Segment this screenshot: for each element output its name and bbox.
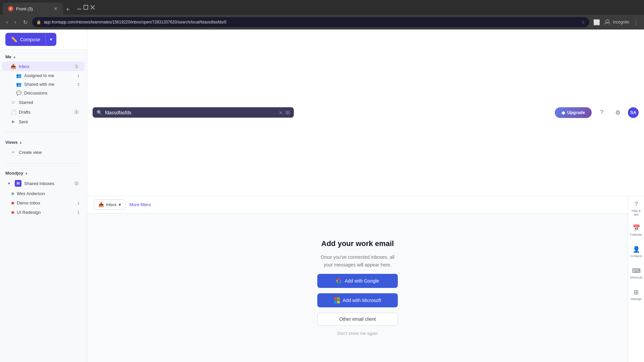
sent-item[interactable]: ➤ Sent	[2, 117, 85, 126]
window-maximize-icon[interactable]	[83, 5, 89, 10]
demo-dot-icon	[11, 202, 14, 204]
forward-button[interactable]: ›	[12, 18, 18, 26]
shared-icon: 👥	[16, 82, 21, 87]
back-button[interactable]: ‹	[4, 18, 10, 26]
avatar[interactable]: SA	[628, 107, 639, 118]
inbox-filter-label: Inbox	[106, 202, 117, 207]
manage-panel-button[interactable]: ⊞ Manage	[630, 285, 642, 305]
compose-dropdown-button[interactable]: ▾	[46, 33, 56, 46]
compose-button[interactable]: ✏️ Compose	[5, 33, 46, 46]
browser-chrome: F Front (3) ✕ +	[0, 0, 644, 15]
calendar-panel-button[interactable]: 📅 Calendar	[630, 220, 642, 240]
filter-bar: 📥 Inbox ▾ More filters	[87, 196, 628, 214]
drafts-icon: 📄	[10, 109, 16, 115]
calendar-label: Calendar	[630, 233, 642, 236]
other-email-button[interactable]: Other email client	[317, 313, 398, 325]
shared-with-me-item[interactable]: 👥 Shared with me 2	[2, 80, 85, 88]
manage-icon: ⊞	[634, 289, 639, 296]
incognito-badge: Incognito	[604, 19, 629, 25]
empty-subtitle: Once you've connected inboxes, all your …	[321, 253, 394, 268]
right-actions: ◆ Upgrade ? ⚙ SA	[555, 107, 639, 119]
browser-tab-active[interactable]: F Front (3) ✕	[3, 3, 63, 15]
create-view-icon: ＋	[10, 149, 16, 155]
create-view-item[interactable]: ＋ Create view	[2, 147, 85, 157]
moodjoy-avatar: M	[15, 180, 21, 187]
empty-subtitle-line2: your messages will appear here.	[324, 262, 391, 267]
upgrade-button[interactable]: ◆ Upgrade	[555, 107, 592, 118]
contacts-panel-button[interactable]: 👤 Contacts	[630, 242, 642, 262]
me-section-header[interactable]: Me ▲	[0, 52, 87, 61]
empty-subtitle-line1: Once you've connected inboxes, all	[321, 254, 394, 260]
assigned-count: 1	[77, 74, 79, 78]
views-header[interactable]: Views ▲	[0, 138, 87, 147]
demo-label: Demo Inbox	[17, 200, 40, 205]
tab-favicon: F	[8, 6, 13, 11]
views-section: Views ▲ ＋ Create view	[0, 135, 87, 160]
me-section: Me ▲ 📥 Inbox 3 👥 Assigned to me 1 👥 Shar…	[0, 50, 87, 129]
starred-icon: ☆	[10, 100, 16, 105]
moodjoy-header[interactable]: Moodjoy ▲	[0, 169, 87, 178]
shared-inboxes-expand-icon: ▼	[6, 182, 12, 185]
settings-button[interactable]: ⚙	[612, 107, 624, 119]
contacts-label: Contacts	[630, 254, 642, 258]
search-clear-button[interactable]: ✕	[279, 110, 283, 115]
help-tips-label: Help & tips	[630, 209, 642, 217]
search-filter-button[interactable]: ⊞	[285, 109, 290, 116]
upgrade-label: Upgrade	[567, 110, 585, 115]
ui-dot-icon	[11, 211, 14, 214]
add-google-label: Add with Google	[345, 278, 379, 284]
shortcuts-icon: ⌨	[632, 267, 641, 275]
browser-nav-actions: ⬜ Incognito ⋮	[592, 18, 640, 27]
contacts-icon: 👤	[633, 246, 640, 253]
tab-close-button[interactable]: ✕	[54, 6, 58, 11]
sidebar-toggle-button[interactable]: ⬜	[592, 18, 601, 27]
views-label: Views	[5, 140, 18, 145]
incognito-icon	[604, 19, 611, 25]
add-microsoft-button[interactable]: Add with Microsoft	[317, 293, 398, 307]
add-google-button[interactable]: Add with Google	[317, 274, 398, 288]
lock-icon: 🔒	[36, 20, 41, 24]
inbox-nav-item[interactable]: 📥 Inbox 3	[2, 62, 85, 71]
add-microsoft-label: Add with Microsoft	[343, 298, 381, 303]
drafts-item[interactable]: 📄 Drafts 1	[2, 107, 85, 117]
compose-icon: ✏️	[11, 36, 17, 43]
shortcuts-panel-button[interactable]: ⌨ Shortcuts	[630, 263, 642, 283]
more-filters-button[interactable]: More filters	[129, 202, 151, 207]
window-close-icon[interactable]	[90, 5, 95, 10]
ui-redesign-inbox[interactable]: UI Redesign 1	[2, 208, 85, 217]
incognito-label: Incognito	[613, 20, 629, 24]
shared-inboxes-item[interactable]: ▼ M Shared inboxes 2	[2, 178, 85, 189]
discussions-item[interactable]: 💬 Discussions	[2, 89, 85, 97]
empty-title: Add your work email	[321, 239, 394, 248]
wes-anderson-inbox[interactable]: Wes Anderson	[2, 189, 85, 198]
starred-item[interactable]: ☆ Starred	[2, 98, 85, 107]
browser-navbar: ‹ › ↻ 🔒 app.frontapp.com/inboxes/teammat…	[0, 15, 644, 29]
assigned-label: Assigned to me	[24, 73, 54, 78]
help-tips-panel-button[interactable]: ? Help & tips	[630, 199, 642, 219]
new-tab-button[interactable]: +	[63, 4, 72, 15]
demo-inbox-item[interactable]: Demo Inbox 1	[2, 198, 85, 207]
app-container: ✏️ Compose ▾ Me ▲ 📥 Inbox 3 👥 Assigned t…	[0, 29, 644, 362]
help-button[interactable]: ?	[596, 107, 608, 119]
tab-title: Front (3)	[16, 6, 33, 11]
bookmark-icon[interactable]: ☆	[581, 20, 585, 25]
inbox-filter-button[interactable]: 📥 Inbox ▾	[94, 199, 125, 209]
assigned-to-me-item[interactable]: 👥 Assigned to me 1	[2, 71, 85, 80]
compose-button-wrapper: ✏️ Compose ▾	[5, 33, 56, 46]
shared-label: Shared with me	[24, 82, 54, 87]
address-bar[interactable]: 🔒 app.frontapp.com/inboxes/teammates/156…	[32, 17, 590, 27]
dont-show-button[interactable]: Don't show me again	[337, 331, 378, 336]
search-input[interactable]	[105, 110, 276, 115]
wes-dot-icon	[11, 192, 14, 195]
moodjoy-chevron-icon: ▲	[24, 171, 28, 175]
inbox-filter-icon: 📥	[98, 202, 104, 207]
moodjoy-label: Moodjoy	[5, 171, 23, 176]
more-options-button[interactable]: ⋮	[632, 18, 640, 27]
right-panel: ? Help & tips 📅 Calendar 👤 Contacts ⌨ Sh…	[628, 196, 644, 362]
microsoft-icon	[334, 297, 340, 303]
refresh-button[interactable]: ↻	[21, 18, 30, 27]
demo-count: 1	[77, 201, 79, 205]
assigned-icon: 👥	[16, 73, 21, 78]
drafts-label: Drafts	[19, 110, 31, 115]
window-minimize-icon[interactable]	[76, 5, 82, 10]
